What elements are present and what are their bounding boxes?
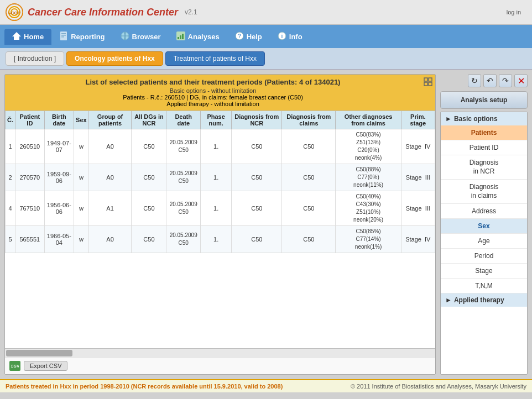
- col-stage: Prim. stage: [401, 111, 435, 129]
- basic-options-arrow: ►: [445, 115, 452, 123]
- svg-text:CSV: CSV: [11, 364, 19, 369]
- cell-phase: 1.: [200, 191, 231, 226]
- cell-death-date: 20.05.2009C50: [166, 191, 200, 226]
- address-item[interactable]: Address: [441, 204, 527, 219]
- nav-home[interactable]: Home: [4, 29, 51, 45]
- cell-no: 5: [6, 226, 15, 253]
- cell-sex: w: [74, 191, 89, 226]
- nav-browser[interactable]: Browser: [113, 28, 169, 45]
- period-item[interactable]: Period: [441, 249, 527, 264]
- cell-death-date: 20.05.2009C50: [166, 226, 200, 253]
- breadcrumb-tab-intro[interactable]: [ Introduction ]: [6, 51, 64, 66]
- cell-no: 2: [6, 164, 15, 191]
- applied-therapy-header[interactable]: ► Applied therapy: [441, 293, 527, 307]
- col-birth-date: Birth date: [44, 111, 74, 129]
- cell-death-date: 20.05.2009C50: [166, 164, 200, 191]
- cell-other-diag: C50(83%)Z51(13%)C20(0%)neonk(4%): [336, 129, 401, 164]
- sex-item[interactable]: Sex: [441, 219, 527, 234]
- col-no: Č.: [6, 111, 15, 129]
- nav-info[interactable]: i Info: [270, 28, 310, 45]
- svg-rect-7: [61, 35, 66, 36]
- svg-text:I-COP: I-COP: [8, 11, 21, 15]
- export-icon: CSV: [9, 361, 20, 371]
- basic-options-header[interactable]: ► Basic options: [441, 112, 527, 125]
- diagnosis-claims-item[interactable]: Diagnosisin claims: [441, 180, 527, 204]
- refresh-button[interactable]: ↻: [468, 74, 481, 87]
- redo-button[interactable]: ↷: [499, 74, 512, 87]
- nav-browser-label: Browser: [132, 33, 161, 41]
- cell-other-diag: C50(40%)C43(30%)Z51(10%)neonk(20%): [336, 191, 401, 226]
- footer-left: Patients treated in Hxx in period 1998-2…: [6, 383, 283, 390]
- cell-birth-date: 1959-09-06: [44, 164, 74, 191]
- export-csv-button[interactable]: Export CSV: [24, 361, 67, 371]
- breadcrumb-tab-oncology[interactable]: Oncology patients of Hxx: [66, 51, 163, 66]
- breadcrumb-tab-treatment[interactable]: Treatment of patients of Hxx: [165, 51, 265, 66]
- svg-rect-12: [178, 37, 179, 39]
- col-patient-id: Patient ID: [15, 111, 45, 129]
- table-row: 4 767510 1956-06-06 w A1 C50 20.05.2009C…: [6, 191, 435, 226]
- col-death-date: Death date: [166, 111, 200, 129]
- table-row: 5 565551 1966-05-04 w A0 C50 20.05.2009C…: [6, 226, 435, 253]
- list-subtitle: Basic options - without limitation: [9, 87, 416, 94]
- cell-diag-claims: C50: [282, 164, 336, 191]
- cell-stage: Stage IV: [401, 226, 435, 253]
- table-row: 2 270570 1959-09-06 w A0 C50 20.05.2009C…: [6, 164, 435, 191]
- resize-icon[interactable]: [423, 77, 433, 87]
- cell-diag-ncr: C50: [232, 226, 282, 253]
- nav-analyses-label: Analyses: [188, 33, 220, 41]
- cell-all-dgs: C50: [132, 164, 166, 191]
- col-phase: Phase num.: [200, 111, 231, 129]
- col-diag-ncr: Diagnosis from NCR: [232, 111, 282, 129]
- nav-info-label: Info: [289, 33, 302, 41]
- cell-phase: 1.: [200, 164, 231, 191]
- right-panel: ↻ ↶ ↷ ✕ Analysis setup ► Basic options P…: [440, 74, 528, 375]
- patients-item[interactable]: Patients: [441, 125, 527, 140]
- cell-birth-date: 1949-07-07: [44, 129, 74, 164]
- patient-id-item[interactable]: Patient ID: [441, 140, 527, 155]
- logo-icon: I-COP: [6, 3, 23, 21]
- scrollbar-thumb[interactable]: [6, 350, 72, 356]
- nav-reporting[interactable]: Reporting: [51, 28, 112, 45]
- cell-stage: Stage III: [401, 164, 435, 191]
- app-version: v2.1: [185, 8, 197, 16]
- undo-button[interactable]: ↶: [483, 74, 497, 87]
- diagnosis-ncr-item[interactable]: Diagnosisin NCR: [441, 155, 527, 180]
- close-button[interactable]: ✕: [514, 74, 528, 87]
- horizontal-scrollbar[interactable]: [5, 348, 435, 357]
- browser-icon: [121, 32, 129, 42]
- analyses-icon: [176, 32, 185, 42]
- col-diag-claims: Diagnosis from claims: [282, 111, 336, 129]
- report-icon: [59, 32, 68, 42]
- basic-options-label: Basic options: [454, 115, 498, 123]
- nav-analyses[interactable]: Analyses: [169, 28, 227, 45]
- title-controls: [421, 75, 435, 89]
- nav-reporting-label: Reporting: [71, 33, 105, 41]
- tnm-item[interactable]: T,N,M: [441, 279, 527, 293]
- cell-other-diag: C50(85%)C77(14%)neonk(1%): [336, 226, 401, 253]
- help-icon: ?: [235, 32, 244, 42]
- table-container: Č. Patient ID Birth date Sex Group of pa…: [5, 111, 435, 348]
- cell-diag-claims: C50: [282, 191, 336, 226]
- footer-right: © 2011 Institute of Biostatistics and An…: [351, 383, 526, 390]
- cell-birth-date: 1956-06-06: [44, 191, 74, 226]
- col-sex: Sex: [74, 111, 89, 129]
- analysis-setup-button[interactable]: Analysis setup: [440, 91, 528, 109]
- svg-rect-6: [61, 33, 66, 34]
- cell-group: A0: [88, 226, 132, 253]
- svg-rect-13: [180, 35, 181, 39]
- cell-no: 4: [6, 191, 15, 226]
- cell-diag-claims: C50: [282, 129, 336, 164]
- cell-all-dgs: C50: [132, 129, 166, 164]
- svg-text:?: ?: [238, 33, 241, 39]
- svg-rect-8: [61, 36, 64, 38]
- home-icon: [12, 32, 21, 41]
- table-row: 1 260510 1949-07-07 w A0 C50 20.05.2009C…: [6, 129, 435, 164]
- age-item[interactable]: Age: [441, 234, 527, 249]
- list-options: Patients - R.č.: 260510 | DG, in claims:…: [9, 94, 416, 101]
- nav-help[interactable]: ? Help: [227, 28, 270, 45]
- log-in-link[interactable]: log in: [507, 9, 521, 15]
- main-content: List of selected patients and their trea…: [0, 70, 532, 379]
- svg-text:i: i: [281, 33, 283, 39]
- footer: Patients treated in Hxx in period 1998-2…: [0, 379, 532, 392]
- stage-item[interactable]: Stage: [441, 264, 527, 279]
